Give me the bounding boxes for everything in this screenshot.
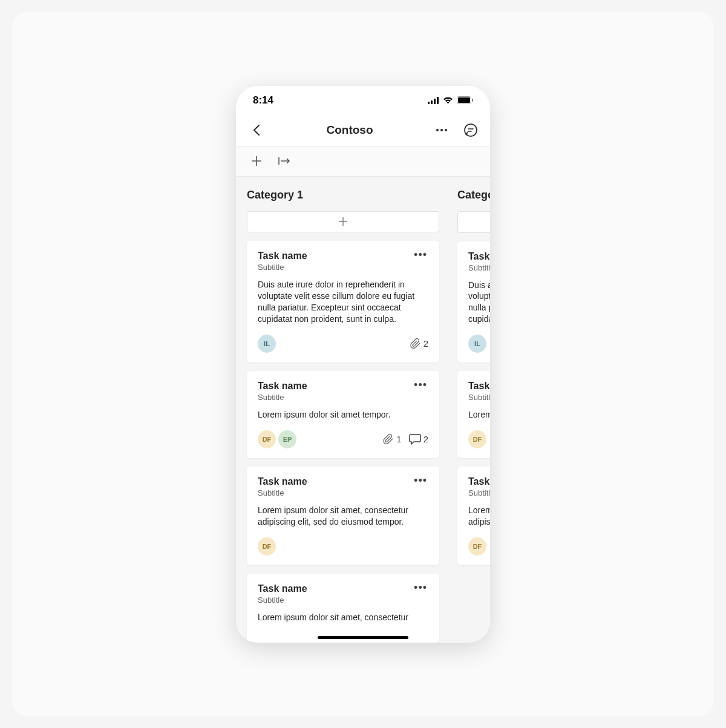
card-header: Task name Subtitle •••	[258, 381, 428, 402]
column-title: Category 1	[247, 189, 439, 202]
task-card[interactable]: Task name Subtitle ••• Lorem ipsum dolor…	[457, 467, 490, 565]
phone-container: 8:14 Contoso	[236, 86, 490, 643]
task-card[interactable]: Task name Subtitle ••• Lorem ipsum dolor…	[247, 371, 439, 458]
column: Category 1 Task name Subtitle ••• Duis a…	[247, 189, 439, 643]
svg-rect-6	[472, 99, 473, 102]
nav-bar: Contoso	[236, 115, 490, 146]
toolbar	[236, 146, 490, 177]
wifi-icon	[443, 97, 453, 104]
task-card[interactable]: Task name Subtitle ••• Lorem ipsum dolor…	[247, 467, 439, 565]
card-footer: DF	[258, 537, 428, 556]
attachment-count: 1	[383, 434, 401, 445]
plus-icon	[338, 217, 348, 226]
avatar-group: DF	[468, 537, 486, 556]
card-body: Duis aute irure dolor in reprehenderit i…	[258, 279, 428, 325]
add-button[interactable]	[247, 151, 266, 171]
plus-icon	[251, 156, 262, 166]
svg-rect-1	[431, 100, 433, 104]
home-indicator[interactable]	[318, 636, 408, 639]
status-icons	[428, 96, 473, 104]
card-menu-button[interactable]: •••	[413, 251, 428, 259]
task-card[interactable]: Task name Subtitle ••• Duis aute irure d…	[247, 241, 439, 362]
card-title: Task name	[468, 251, 490, 262]
card-title: Task name	[468, 381, 490, 392]
back-button[interactable]	[244, 118, 269, 142]
battery-icon	[457, 96, 473, 104]
svg-rect-2	[434, 99, 436, 104]
svg-point-8	[440, 129, 443, 131]
avatar[interactable]: IL	[258, 335, 276, 353]
page-title: Contoso	[271, 123, 428, 137]
more-horizontal-icon	[436, 129, 448, 131]
card-header: Task name Subtitle •••	[258, 476, 428, 497]
outer-frame: 8:14 Contoso	[12, 12, 714, 716]
column: Category 2 Task name Subtitle ••• Duis a…	[457, 189, 490, 643]
add-card-button[interactable]	[457, 211, 490, 233]
card-menu-button[interactable]: •••	[413, 476, 428, 485]
chat-button[interactable]	[460, 119, 482, 141]
attachment-icon	[383, 434, 394, 445]
avatar-group: IL	[468, 335, 486, 353]
card-header: Task name Subtitle •••	[258, 583, 428, 605]
card-title: Task name	[258, 583, 307, 594]
task-card[interactable]: Task name Subtitle ••• Duis aute irure d…	[457, 241, 490, 363]
avatar[interactable]: DF	[258, 430, 276, 448]
column-title: Category 2	[457, 189, 490, 202]
card-body: Lorem ipsum dolor sit amet, consectetur	[258, 612, 428, 623]
svg-rect-3	[437, 97, 439, 104]
card-body: Duis aute irure dolor in reprehenderit i…	[468, 280, 490, 326]
expand-button[interactable]	[275, 151, 294, 171]
task-card[interactable]: Task name Subtitle ••• Lorem ipsum dolor…	[247, 574, 439, 643]
card-list: Task name Subtitle ••• Duis aute irure d…	[457, 241, 490, 565]
card-body: Lorem ipsum dolor sit amet tempor.	[258, 409, 428, 421]
board[interactable]: Category 1 Task name Subtitle ••• Duis a…	[236, 177, 490, 643]
chevron-left-icon	[253, 124, 260, 136]
card-subtitle: Subtitle	[258, 595, 307, 605]
more-button[interactable]	[431, 119, 453, 141]
svg-rect-5	[458, 97, 470, 103]
signal-icon	[428, 97, 439, 104]
svg-point-9	[445, 129, 447, 131]
status-bar: 8:14	[236, 86, 490, 115]
card-header: Task name Subtitle •••	[258, 251, 428, 272]
comment-icon	[409, 434, 421, 445]
expand-right-icon	[278, 157, 290, 165]
card-menu-button[interactable]: •••	[413, 381, 428, 389]
card-subtitle: Subtitle	[258, 488, 307, 497]
attachment-icon	[410, 338, 421, 349]
avatar[interactable]: DF	[468, 537, 486, 556]
avatar[interactable]: DF	[468, 430, 486, 448]
card-footer: DF	[468, 430, 490, 448]
comment-count: 2	[409, 434, 428, 445]
avatar-group: IL	[258, 335, 276, 353]
avatar[interactable]: EP	[278, 430, 296, 448]
task-card[interactable]: Task name Subtitle ••• Lorem ipsum dolor…	[457, 371, 490, 458]
avatar-group: DF	[258, 537, 276, 556]
card-body: Lorem ipsum dolor sit amet, consectetur …	[468, 505, 490, 528]
card-subtitle: Subtitle	[468, 488, 490, 497]
card-header: Task name Subtitle •••	[468, 476, 490, 497]
card-meta: 12	[383, 434, 428, 445]
card-header: Task name Subtitle •••	[468, 251, 490, 272]
card-subtitle: Subtitle	[258, 263, 307, 272]
avatar[interactable]: DF	[258, 537, 276, 556]
card-subtitle: Subtitle	[258, 393, 307, 402]
card-footer: IL 2	[258, 335, 428, 353]
attachment-count: 2	[410, 338, 428, 349]
card-menu-button[interactable]: •••	[413, 583, 428, 592]
add-card-button[interactable]	[247, 211, 439, 233]
card-list: Task name Subtitle ••• Duis aute irure d…	[247, 241, 439, 642]
card-title: Task name	[468, 476, 490, 487]
card-header: Task name Subtitle •••	[468, 381, 490, 402]
svg-rect-0	[428, 102, 430, 104]
avatar-group: DF	[468, 430, 486, 448]
card-subtitle: Subtitle	[468, 263, 490, 272]
card-meta: 2	[410, 338, 428, 349]
card-body: Lorem ipsum dolor sit amet, consectetur …	[258, 505, 428, 528]
avatar-group: DFEP	[258, 430, 296, 448]
nav-actions	[431, 119, 482, 141]
avatar[interactable]: IL	[468, 335, 486, 353]
card-footer: IL	[468, 335, 490, 353]
card-title: Task name	[258, 381, 307, 392]
card-footer: DF	[468, 537, 490, 556]
